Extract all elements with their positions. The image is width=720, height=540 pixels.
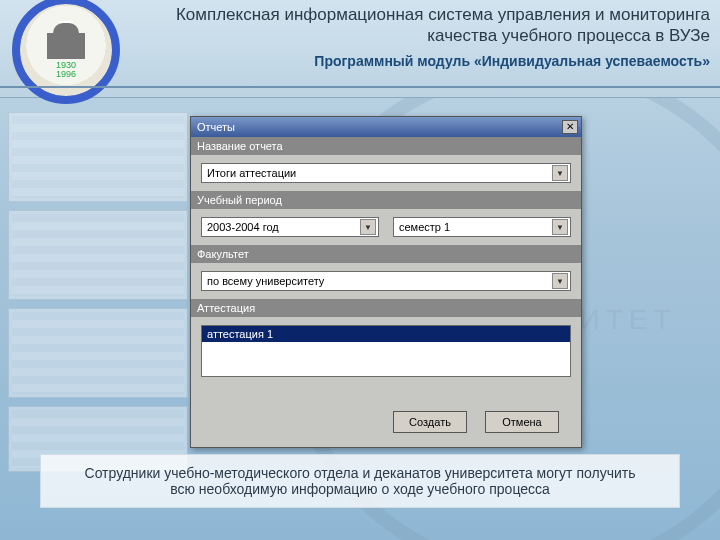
slide-header: 19301996 Комплексная информационная сист… <box>0 0 720 98</box>
chevron-down-icon[interactable]: ▼ <box>552 165 568 181</box>
chevron-down-icon[interactable]: ▼ <box>552 219 568 235</box>
academic-year-combo[interactable]: 2003-2004 год ▼ <box>201 217 379 237</box>
cancel-button[interactable]: Отмена <box>485 411 559 433</box>
section-attestation: Аттестация <box>191 299 581 317</box>
divider-line <box>0 86 720 88</box>
footer-caption: Сотрудники учебно-методического отдела и… <box>40 454 680 508</box>
dialog-title: Отчеты <box>197 121 235 133</box>
footer-line2: всю необходимую информацию о ходе учебно… <box>55 481 665 497</box>
report-name-combo[interactable]: Итоги аттестации ▼ <box>201 163 571 183</box>
slide-subtitle: Программный модуль «Индивидуальная успев… <box>140 53 710 69</box>
footer-line1: Сотрудники учебно-методического отдела и… <box>55 465 665 481</box>
slide-title-line2: качества учебного процесса в ВУЗе <box>140 25 710 46</box>
faculty-combo[interactable]: по всему университету ▼ <box>201 271 571 291</box>
attestation-listbox[interactable]: аттестация 1 <box>201 325 571 377</box>
create-button[interactable]: Создать <box>393 411 467 433</box>
faculty-value: по всему университету <box>207 275 324 287</box>
slide-title-line1: Комплексная информационная система управ… <box>140 4 710 25</box>
attestation-selected-item[interactable]: аттестация 1 <box>202 326 570 342</box>
semester-combo[interactable]: семестр 1 ▼ <box>393 217 571 237</box>
dialog-titlebar[interactable]: Отчеты ✕ <box>191 117 581 137</box>
dialog-button-row: Создать Отмена <box>191 385 581 447</box>
report-name-value: Итоги аттестации <box>207 167 296 179</box>
close-icon: ✕ <box>566 121 574 132</box>
semester-value: семестр 1 <box>399 221 450 233</box>
section-report-name: Название отчета <box>191 137 581 155</box>
close-button[interactable]: ✕ <box>562 120 578 134</box>
chevron-down-icon[interactable]: ▼ <box>360 219 376 235</box>
academic-year-value: 2003-2004 год <box>207 221 279 233</box>
title-block: Комплексная информационная система управ… <box>140 4 710 69</box>
section-faculty: Факультет <box>191 245 581 263</box>
section-period: Учебный период <box>191 191 581 209</box>
building-icon <box>47 33 85 59</box>
chevron-down-icon[interactable]: ▼ <box>552 273 568 289</box>
university-logo: 19301996 <box>18 2 114 98</box>
reports-dialog: Отчеты ✕ Название отчета Итоги аттестаци… <box>190 116 582 448</box>
background-screenshots <box>8 112 188 480</box>
